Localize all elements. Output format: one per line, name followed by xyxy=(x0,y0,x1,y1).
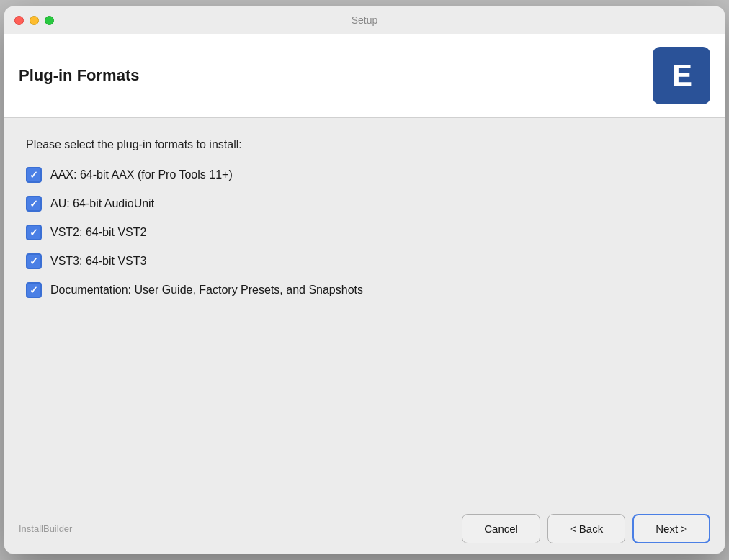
checkbox-au-label: AU: 64-bit AudioUnit xyxy=(50,197,154,210)
title-bar: Setup xyxy=(4,6,725,34)
checkbox-vst2[interactable]: ✓ VST2: 64-bit VST2 xyxy=(26,225,703,240)
minimize-button[interactable] xyxy=(30,16,39,25)
checkmark-icon: ✓ xyxy=(30,170,38,180)
back-button[interactable]: < Back xyxy=(547,514,625,543)
page-title: Plug-in Formats xyxy=(19,66,139,85)
checkbox-aax[interactable]: ✓ AAX: 64-bit AAX (for Pro Tools 11+) xyxy=(26,167,703,183)
maximize-button[interactable] xyxy=(45,16,54,25)
checkmark-icon: ✓ xyxy=(30,285,38,295)
close-button[interactable] xyxy=(14,16,24,25)
checkbox-au[interactable]: ✓ AU: 64-bit AudioUnit xyxy=(26,196,703,212)
checkbox-vst2-box[interactable]: ✓ xyxy=(26,225,42,240)
instruction-text: Please select the plug-in formats to ins… xyxy=(26,138,703,151)
install-builder-brand: InstallBuilder xyxy=(19,523,72,534)
checkbox-aax-label: AAX: 64-bit AAX (for Pro Tools 11+) xyxy=(50,168,233,181)
page-header: Plug-in Formats E xyxy=(4,34,725,118)
brand-logo: E xyxy=(653,47,710,104)
checkbox-docs-box[interactable]: ✓ xyxy=(26,282,42,298)
checkbox-docs[interactable]: ✓ Documentation: User Guide, Factory Pre… xyxy=(26,282,703,298)
window-title: Setup xyxy=(352,14,378,26)
checkbox-vst2-label: VST2: 64-bit VST2 xyxy=(50,226,146,239)
checkmark-icon: ✓ xyxy=(30,199,38,209)
footer: InstallBuilder Cancel < Back Next > xyxy=(4,505,725,554)
setup-window: Setup Plug-in Formats E Please select th… xyxy=(4,6,725,554)
checkbox-vst3-label: VST3: 64-bit VST3 xyxy=(50,255,146,268)
checkbox-aax-box[interactable]: ✓ xyxy=(26,167,42,183)
next-button[interactable]: Next > xyxy=(632,514,710,543)
footer-buttons: Cancel < Back Next > xyxy=(462,514,710,543)
plugin-format-list: ✓ AAX: 64-bit AAX (for Pro Tools 11+) ✓ … xyxy=(26,167,703,298)
window-controls xyxy=(14,16,54,25)
content-area: Please select the plug-in formats to ins… xyxy=(4,118,725,505)
cancel-button[interactable]: Cancel xyxy=(462,514,540,543)
checkbox-vst3-box[interactable]: ✓ xyxy=(26,253,42,269)
checkmark-icon: ✓ xyxy=(30,256,38,266)
checkbox-docs-label: Documentation: User Guide, Factory Prese… xyxy=(50,284,363,297)
checkbox-au-box[interactable]: ✓ xyxy=(26,196,42,212)
checkmark-icon: ✓ xyxy=(30,227,38,238)
checkbox-vst3[interactable]: ✓ VST3: 64-bit VST3 xyxy=(26,253,703,269)
